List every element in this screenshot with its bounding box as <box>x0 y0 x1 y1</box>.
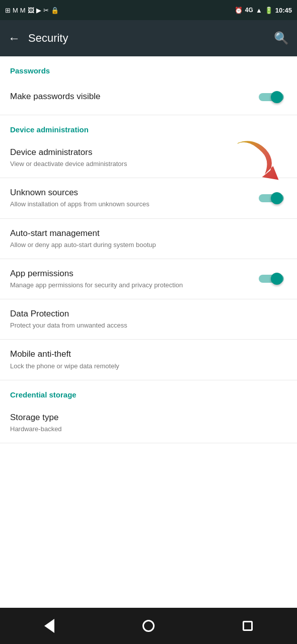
setting-auto-start-management[interactable]: Auto-start management Allow or deny app … <box>0 219 297 259</box>
alarm-icon: ⏰ <box>235 7 243 14</box>
unknown-sources-subtitle: Allow installation of apps from unknown … <box>10 200 259 209</box>
section-header-credential-storage: Credential storage <box>0 380 297 403</box>
status-bar-icons: ⊞ M M 🖼 ▶ ✂ 🔒 <box>5 7 59 14</box>
app-icon-6: ✂ <box>43 7 49 14</box>
app-permissions-title: App permissions <box>10 268 259 279</box>
nav-home-icon <box>142 620 155 632</box>
data-protection-title: Data Protection <box>10 308 287 319</box>
mobile-anti-theft-subtitle: Lock the phone or wipe data remotely <box>10 362 287 371</box>
time-label: 10:45 <box>275 7 292 14</box>
storage-type-subtitle: Hardware-backed <box>10 425 287 434</box>
nav-back-icon <box>44 619 54 633</box>
app-icon-2: M <box>13 7 18 14</box>
app-icon-3: M <box>20 7 26 14</box>
section-credential-storage: Credential storage Storage type Hardware… <box>0 380 297 443</box>
app-icon-1: ⊞ <box>5 7 11 14</box>
setting-data-protection[interactable]: Data Protection Protect your data from u… <box>0 299 297 340</box>
nav-recent-icon <box>243 621 253 631</box>
nav-home-button[interactable] <box>136 613 161 638</box>
setting-make-passwords-visible[interactable]: Make passwords visible <box>0 79 297 115</box>
section-device-administration: Device administration Device administrat… <box>0 115 297 380</box>
back-button[interactable]: ← <box>8 31 20 45</box>
setting-mobile-anti-theft[interactable]: Mobile anti-theft Lock the phone or wipe… <box>0 340 297 380</box>
auto-start-subtitle: Allow or deny app auto-start during syst… <box>10 240 287 250</box>
signal-label: 4G <box>245 7 253 14</box>
setting-device-administrators[interactable]: Device administrators View or deactivate… <box>0 138 297 178</box>
section-header-passwords: Passwords <box>0 56 297 79</box>
app-icon-5: ▶ <box>36 7 41 14</box>
app-icon-4: 🖼 <box>28 7 34 14</box>
make-passwords-visible-title: Make passwords visible <box>10 91 259 102</box>
status-bar: ⊞ M M 🖼 ▶ ✂ 🔒 ⏰ 4G ▲ 🔋 10:45 <box>0 0 297 20</box>
page-title: Security <box>28 32 274 45</box>
setting-storage-type[interactable]: Storage type Hardware-backed <box>0 403 297 443</box>
auto-start-title: Auto-start management <box>10 228 287 239</box>
make-passwords-visible-toggle[interactable] <box>259 90 287 105</box>
search-button[interactable]: 🔍 <box>274 31 289 45</box>
unknown-sources-title: Unknown sources <box>10 187 259 198</box>
red-arrow-icon <box>232 133 287 188</box>
battery-icon: 🔋 <box>265 7 273 14</box>
bottom-navigation <box>0 608 297 644</box>
unknown-sources-toggle[interactable] <box>259 191 287 206</box>
signal-bars-icon: ▲ <box>256 7 262 14</box>
setting-app-permissions[interactable]: App permissions Manage app permissions f… <box>0 259 297 299</box>
status-bar-right: ⏰ 4G ▲ 🔋 10:45 <box>235 7 292 14</box>
app-permissions-subtitle: Manage app permissions for security and … <box>10 281 259 290</box>
app-icon-7: 🔒 <box>51 7 59 14</box>
app-permissions-toggle[interactable] <box>259 271 287 286</box>
mobile-anti-theft-title: Mobile anti-theft <box>10 349 287 360</box>
section-passwords: Passwords Make passwords visible <box>0 56 297 115</box>
nav-recent-button[interactable] <box>235 613 260 638</box>
storage-type-title: Storage type <box>10 412 287 423</box>
data-protection-subtitle: Protect your data from unwanted access <box>10 321 287 330</box>
app-bar: ← Security 🔍 <box>0 20 297 56</box>
nav-back-button[interactable] <box>37 613 62 638</box>
content-area: Passwords Make passwords visible Device … <box>0 56 297 608</box>
